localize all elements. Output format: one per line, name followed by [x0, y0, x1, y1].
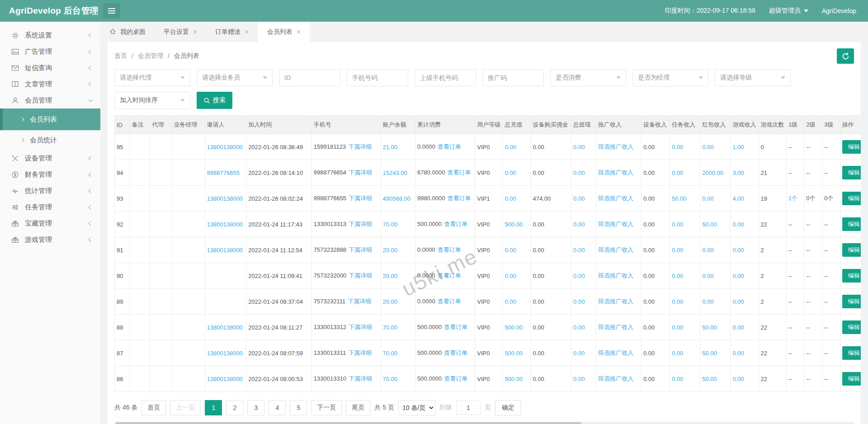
cell-link[interactable]: 0.00: [505, 273, 516, 279]
breadcrumb-item[interactable]: 会员管理: [138, 52, 163, 60]
cell-link[interactable]: 筛选推广收入: [598, 375, 633, 382]
filter-salesman-select[interactable]: 请选择业务员: [197, 69, 273, 86]
cell-link[interactable]: 查看订单: [444, 349, 467, 356]
scrollbar-thumb[interactable]: [115, 422, 581, 424]
page-button-5[interactable]: 5: [290, 400, 307, 415]
cell-link[interactable]: 0.00: [672, 170, 683, 176]
sidebar-item-sms-query[interactable]: 短信查询: [0, 60, 100, 76]
cell-link[interactable]: 0.00: [672, 273, 683, 279]
cell-link[interactable]: 13800138000: [207, 195, 243, 202]
sidebar-subitem-member-list[interactable]: 会员列表: [0, 108, 100, 130]
cell-link[interactable]: 0.00: [672, 144, 683, 151]
sidebar-item-stats-management[interactable]: 统计管理: [0, 183, 100, 199]
tab-platform-settings[interactable]: 平台设置×: [155, 22, 206, 42]
cell-link[interactable]: 查看订单: [447, 169, 471, 176]
cell-link[interactable]: 下属详细: [349, 221, 372, 227]
edit-button[interactable]: 编辑: [842, 320, 861, 334]
sidebar-item-finance-management[interactable]: 财务管理: [0, 166, 100, 183]
cell-link[interactable]: 筛选推广收入: [598, 349, 633, 356]
cell-link[interactable]: 下属详细: [348, 298, 371, 305]
cell-link[interactable]: 20.00: [383, 247, 398, 254]
cell-link[interactable]: 50.00: [702, 376, 717, 382]
cell-link[interactable]: 13800138000: [207, 144, 243, 151]
cell-link[interactable]: 500.00: [505, 376, 523, 382]
cell-link[interactable]: 下属详细: [348, 143, 372, 150]
tab-order-gift[interactable]: 订单赠送×: [206, 22, 258, 42]
cell-link[interactable]: 0.00: [573, 195, 585, 202]
cell-link[interactable]: 1个: [788, 195, 797, 202]
cell-link[interactable]: 0.00: [573, 247, 585, 254]
cell-link[interactable]: 0.00: [573, 144, 585, 151]
cell-link[interactable]: 500.00: [505, 350, 523, 357]
cell-link[interactable]: 0.00: [573, 298, 585, 305]
cell-link[interactable]: 15243.00: [383, 170, 407, 176]
cell-link[interactable]: 0.00: [505, 247, 516, 254]
cell-link[interactable]: 50.00: [702, 221, 717, 228]
cell-link[interactable]: 查看订单: [438, 143, 461, 150]
filter-id-input[interactable]: [279, 69, 340, 86]
filter-consume-select[interactable]: 是否消费: [550, 69, 626, 86]
cell-link[interactable]: 70.00: [383, 376, 398, 382]
refresh-button[interactable]: [837, 48, 854, 64]
sidebar-item-article-management[interactable]: 文章管理: [0, 76, 100, 92]
cell-link[interactable]: 筛选推广收入: [598, 324, 633, 330]
cell-link[interactable]: 0.00: [732, 324, 744, 331]
page-button-4[interactable]: 4: [269, 400, 286, 415]
cell-link[interactable]: 0.00: [732, 247, 744, 254]
cell-link[interactable]: 0.00: [702, 298, 713, 305]
cell-link[interactable]: 下属详细: [349, 195, 372, 202]
cell-link[interactable]: 查看订单: [438, 246, 461, 253]
cell-link[interactable]: 0.00: [732, 273, 744, 279]
cell-link[interactable]: 500.00: [505, 324, 523, 331]
cell-link[interactable]: 13800138000: [207, 376, 243, 382]
filter-phone-input[interactable]: [347, 69, 408, 86]
goto-page-input[interactable]: [456, 400, 481, 415]
tab-member-list[interactable]: 会员列表×: [258, 22, 310, 42]
cell-link[interactable]: 13800138000: [207, 247, 243, 254]
cell-link[interactable]: 70.00: [383, 221, 398, 228]
cell-link[interactable]: 0.00: [702, 195, 713, 202]
edit-button[interactable]: 编辑: [842, 269, 861, 283]
cell-link[interactable]: 500.00: [505, 221, 523, 228]
sidebar-item-treasure-management[interactable]: 宝藏管理: [0, 215, 100, 231]
hamburger-menu-button[interactable]: [103, 3, 120, 19]
cell-link[interactable]: 筛选推广收入: [598, 169, 633, 176]
sidebar-item-device-management[interactable]: 设备管理: [0, 150, 100, 166]
role-dropdown[interactable]: 超级管理员: [769, 7, 808, 15]
cell-link[interactable]: 查看订单: [438, 298, 461, 305]
cell-link[interactable]: 下属详细: [348, 349, 372, 356]
page-button-1[interactable]: 1: [205, 400, 222, 415]
cell-link[interactable]: 0.00: [702, 273, 713, 279]
filter-promo-code-input[interactable]: [482, 69, 544, 86]
close-icon[interactable]: ×: [193, 28, 197, 36]
tab-my-desktop[interactable]: 我的桌面: [100, 22, 155, 42]
filter-manager-select[interactable]: 是否为经理: [632, 69, 708, 86]
cell-link[interactable]: 查看订单: [444, 221, 467, 227]
filter-parent-phone-input[interactable]: [415, 69, 476, 86]
edit-button[interactable]: 编辑: [842, 243, 861, 257]
cell-link[interactable]: 筛选推广收入: [598, 298, 633, 305]
edit-button[interactable]: 编辑: [842, 295, 861, 308]
sidebar-item-ad-management[interactable]: 广告管理: [0, 43, 100, 60]
cell-link[interactable]: 筛选推广收入: [598, 143, 633, 150]
cell-link[interactable]: 70.00: [383, 324, 398, 331]
search-button[interactable]: 搜索: [197, 92, 232, 109]
cell-link[interactable]: 筛选推广收入: [598, 272, 633, 279]
cell-link[interactable]: 0.00: [732, 350, 744, 357]
cell-link[interactable]: 21.00: [383, 144, 398, 151]
close-icon[interactable]: ×: [245, 28, 249, 36]
sidebar-item-system-settings[interactable]: 系统设置: [0, 27, 100, 43]
sidebar-subitem-member-stats[interactable]: 会员统计: [0, 130, 100, 150]
edit-button[interactable]: 编辑: [842, 192, 861, 205]
edit-button[interactable]: 编辑: [842, 217, 861, 231]
cell-link[interactable]: 筛选推广收入: [598, 246, 633, 253]
filter-agent-select[interactable]: 请选择代理: [114, 69, 190, 86]
cell-link[interactable]: 50.00: [702, 324, 717, 331]
cell-link[interactable]: 下属详细: [349, 169, 372, 176]
cell-link[interactable]: 70.00: [383, 350, 398, 357]
cell-link[interactable]: 0.00: [573, 350, 585, 357]
cell-link[interactable]: 0.00: [672, 350, 683, 357]
cell-link[interactable]: 20.00: [383, 298, 398, 305]
page-button-3[interactable]: 3: [247, 400, 264, 415]
cell-link[interactable]: 0.00: [702, 144, 713, 151]
